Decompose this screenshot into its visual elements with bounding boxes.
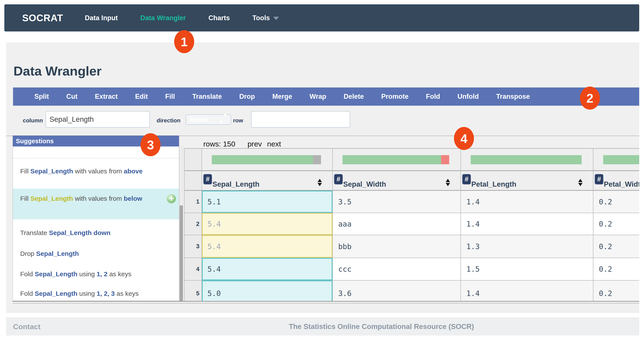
suggestion-item-2[interactable]: Translate Sepal_Length down	[13, 222, 179, 238]
suggestion-text: as keys	[108, 270, 132, 278]
suggestion-text: using	[77, 290, 96, 297]
quality-bar-cell-sepal-length	[202, 149, 333, 171]
row-input[interactable]	[251, 111, 350, 128]
suggestion-item-5[interactable]: Fold Sepal_Length using 1, 2, 3 as keys	[13, 285, 179, 301]
table-bottom-border-2	[12, 303, 639, 304]
app-logo[interactable]: SOCRAT	[22, 12, 63, 23]
column-header-sepal-length[interactable]: #Sepal_Length	[202, 171, 333, 191]
table-cell[interactable]: 5.4	[202, 235, 333, 258]
nav-menu: Data InputData WranglerChartsTools	[85, 14, 279, 22]
row-label: row	[233, 117, 243, 124]
data-quality-bar	[212, 155, 321, 164]
toolbar-item-wrap[interactable]: Wrap	[310, 93, 326, 100]
next-page-link[interactable]: next	[267, 140, 281, 148]
column-name: Sepal_Width	[343, 180, 386, 188]
suggestions-separator	[13, 158, 179, 158]
sort-icon[interactable]	[446, 179, 450, 186]
suggestion-text: 1, 2, 3	[97, 290, 115, 297]
table-cell[interactable]: 5.0	[202, 281, 333, 301]
table-cell[interactable]: 3.5	[333, 191, 461, 213]
column-name: Petal_Length	[471, 180, 516, 188]
toolbar-item-delete[interactable]: Delete	[344, 93, 364, 100]
prev-page-link[interactable]: prev	[248, 140, 262, 148]
table-cell[interactable]: 0.2	[594, 258, 639, 281]
toolbar-item-edit[interactable]: Edit	[135, 93, 148, 100]
toolbar-item-fold[interactable]: Fold	[426, 93, 440, 100]
suggestion-text: Fill	[20, 168, 30, 175]
numeric-type-icon: #	[203, 174, 212, 184]
table-cell[interactable]: 0.2	[594, 213, 639, 235]
suggestion-item-4[interactable]: Fold Sepal_Length using 1, 2 as keys	[13, 264, 179, 279]
table-cell[interactable]: 0.2	[594, 191, 639, 213]
suggestions-scrollbar[interactable]	[180, 146, 183, 301]
suggestion-item-3[interactable]: Drop Sepal_Length	[13, 243, 179, 259]
toolbar-item-split[interactable]: Split	[34, 93, 49, 100]
toolbar-item-extract[interactable]: Extract	[95, 93, 118, 100]
toolbar-item-fill[interactable]: Fill	[165, 93, 175, 100]
sort-icon[interactable]	[318, 179, 322, 186]
table-cell[interactable]: 5.4	[202, 213, 333, 235]
annotation-badge-1: 1	[174, 30, 194, 53]
nav-item-data-wrangler[interactable]: Data Wrangler	[140, 14, 186, 22]
table-cell[interactable]: 0.2	[594, 281, 639, 301]
quality-bar-cell-petal-length	[461, 149, 594, 171]
table-bottom-border	[12, 301, 639, 302]
contact-link[interactable]: Contact	[13, 323, 40, 331]
table-cell[interactable]: 1.4	[461, 191, 594, 213]
direction-label: direction	[156, 117, 180, 124]
data-quality-bar	[603, 155, 639, 164]
page-title: Data Wrangler	[14, 64, 102, 78]
suggestion-item-0[interactable]: Fill Sepal_Length with values from above	[13, 163, 179, 188]
transform-toolbar: SplitCutExtractEditFillTranslateDropMerg…	[13, 87, 639, 106]
nav-item-data-input[interactable]: Data Input	[85, 14, 118, 22]
toolbar-item-transpose[interactable]: Transpose	[496, 93, 530, 100]
suggestion-text: Sepal_Length	[35, 270, 78, 278]
suggestion-text: Fill	[20, 195, 30, 202]
row-number: 1	[184, 191, 202, 213]
table-cell[interactable]: ccc	[333, 258, 461, 281]
table-cell[interactable]: 0.2	[594, 235, 639, 258]
table-cell[interactable]: 5.4	[202, 258, 333, 281]
suggestion-text: using	[77, 270, 96, 278]
suggestion-item-1[interactable]: Fill Sepal_Length with values from below…	[13, 189, 179, 219]
table-cell[interactable]: 3.6	[333, 281, 461, 301]
footer-title: The Statistics Online Computational Reso…	[289, 323, 474, 331]
direction-select[interactable]: below	[186, 114, 231, 125]
suggestion-text: Sepal_Length	[30, 195, 73, 202]
table-cell[interactable]: aaa	[333, 213, 461, 235]
toolbar-item-drop[interactable]: Drop	[239, 93, 255, 100]
suggestion-text: Sepal_Length down	[49, 229, 110, 236]
suggestion-text: 1, 2	[97, 270, 108, 278]
table-cell[interactable]: bbb	[333, 235, 461, 258]
sort-icon[interactable]	[578, 179, 582, 186]
suggestion-text: with values from	[73, 195, 124, 202]
table-cell[interactable]: 1.4	[461, 213, 594, 235]
quality-invalid-segment	[441, 155, 449, 164]
nav-item-charts[interactable]: Charts	[208, 14, 230, 22]
column-input[interactable]	[46, 111, 150, 128]
annotation-badge-4: 4	[454, 127, 474, 150]
nav-item-tools[interactable]: Tools	[252, 14, 279, 22]
column-header-petal-length[interactable]: #Petal_Length	[461, 171, 594, 191]
quality-valid-segment	[342, 155, 441, 164]
row-number: 4	[184, 258, 202, 281]
table-cell[interactable]: 1.4	[461, 281, 594, 301]
table-cell[interactable]: 1.3	[461, 235, 594, 258]
table-cell[interactable]: 5.1	[202, 191, 333, 213]
caret-down-icon	[273, 17, 279, 20]
table-cell[interactable]: 1.5	[461, 258, 594, 281]
scrollbar-thumb[interactable]	[180, 206, 183, 301]
toolbar-item-translate[interactable]: Translate	[192, 93, 222, 100]
table-corner-cell	[184, 149, 202, 171]
column-name: Petal_Width	[604, 180, 639, 188]
toolbar-item-unfold[interactable]: Unfold	[458, 93, 479, 100]
toolbar-item-promote[interactable]: Promote	[381, 93, 408, 100]
toolbar-item-cut[interactable]: Cut	[66, 93, 78, 100]
row-number: 5	[184, 281, 202, 301]
apply-suggestion-button[interactable]: +	[167, 194, 176, 203]
column-header-petal-width[interactable]: #Petal_Width	[594, 171, 639, 191]
column-header-sepal-width[interactable]: #Sepal_Width	[333, 171, 461, 191]
rows-count: rows: 150	[203, 140, 235, 148]
suggestions-panel: Suggestions Fill Sepal_Length with value…	[12, 135, 179, 301]
toolbar-item-merge[interactable]: Merge	[272, 93, 292, 100]
